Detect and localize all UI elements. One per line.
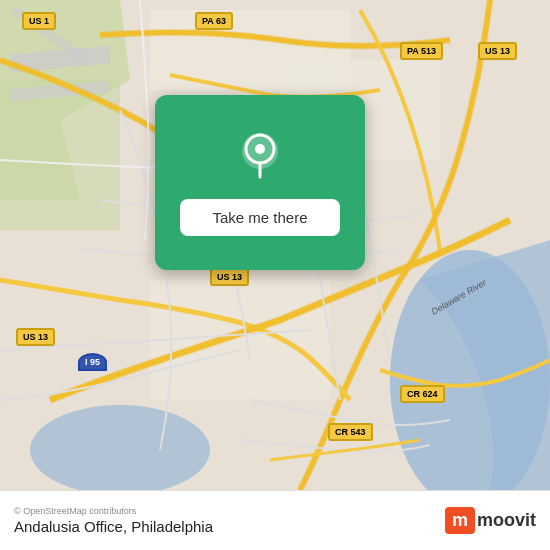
moovit-name: moovit (477, 510, 536, 531)
info-text: © OpenStreetMap contributors Andalusia O… (14, 506, 213, 535)
shield-us13-top: US 13 (478, 42, 517, 60)
info-bar: © OpenStreetMap contributors Andalusia O… (0, 490, 550, 550)
shield-pa63-top: PA 63 (195, 12, 233, 30)
svg-point-14 (255, 144, 265, 154)
shield-pa513: PA 513 (400, 42, 443, 60)
shield-cr624: CR 624 (400, 385, 445, 403)
location-title: Andalusia Office, Philadelphia (14, 518, 213, 535)
moovit-logo: m moovit (445, 507, 536, 534)
attribution-text: © OpenStreetMap contributors (14, 506, 213, 516)
popup-card: Take me there (155, 95, 365, 270)
moovit-m-letter: m (445, 507, 475, 534)
take-me-there-button[interactable]: Take me there (180, 199, 339, 236)
shield-us13-mid: US 13 (210, 268, 249, 286)
shield-i95: I 95 (78, 353, 107, 371)
shield-cr543: CR 543 (328, 423, 373, 441)
location-pin-icon (233, 129, 287, 183)
shield-us1: US 1 (22, 12, 56, 30)
shield-us13-left: US 13 (16, 328, 55, 346)
map-area: US 1 PA 63 PA 513 US 13 US 13 US 13 PA 6… (0, 0, 550, 490)
